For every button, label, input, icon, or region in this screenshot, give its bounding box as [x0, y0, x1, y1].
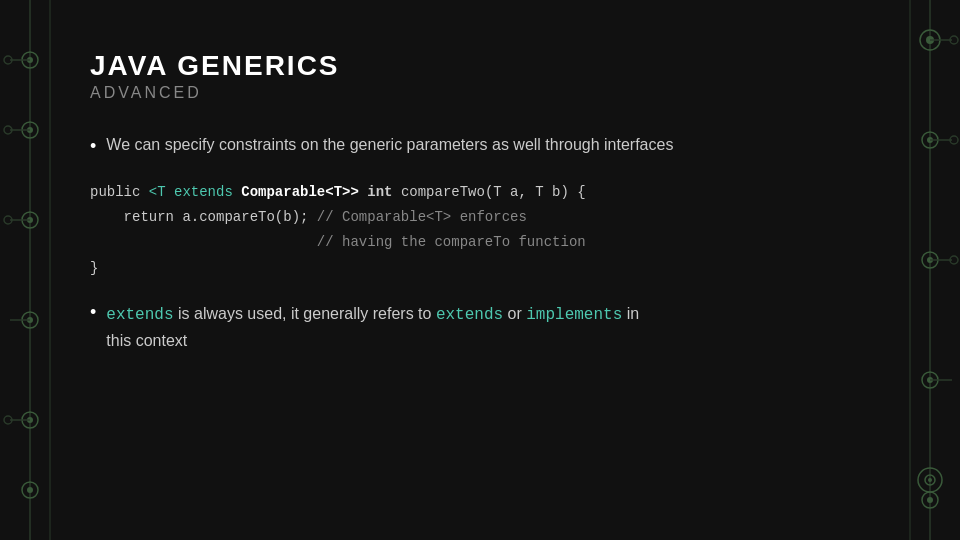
bullet-dot-2: •: [90, 302, 96, 323]
bullet-2-middle1: is always used, it generally refers to: [174, 305, 436, 322]
bullet-2-text: extends is always used, it generally ref…: [106, 301, 639, 354]
circuit-left-decoration: [0, 0, 70, 540]
code-line-4: }: [90, 256, 870, 281]
extends-keyword-1: extends: [106, 306, 173, 324]
bullet-1: • We can specify constraints on the gene…: [90, 132, 870, 160]
bullet-dot-1: •: [90, 133, 96, 160]
code-line-3: // having the compareTo function: [90, 230, 870, 255]
bullet-2-middle2: or: [503, 305, 526, 322]
circuit-right-decoration: [880, 0, 960, 540]
title-section: JAVA GENERICS ADVANCED: [90, 50, 870, 102]
svg-point-37: [927, 497, 933, 503]
subtitle: ADVANCED: [90, 84, 870, 102]
code-block: public <T extends Comparable<T>> int com…: [90, 180, 870, 281]
extends-keyword-2: extends: [436, 306, 503, 324]
bullet-2-line2: this context: [106, 332, 187, 349]
bullet-2-section: • extends is always used, it generally r…: [90, 301, 870, 354]
code-line-2: return a.compareTo(b); // Comparable<T> …: [90, 205, 870, 230]
bullet-1-text: We can specify constraints on the generi…: [106, 132, 673, 158]
bullet-2-suffix: in: [622, 305, 639, 322]
main-title: JAVA GENERICS: [90, 50, 870, 82]
svg-point-13: [27, 487, 33, 493]
code-line-1: public <T extends Comparable<T>> int com…: [90, 180, 870, 205]
svg-point-35: [928, 478, 932, 482]
slide: JAVA GENERICS ADVANCED • We can specify …: [0, 0, 960, 540]
implements-keyword: implements: [526, 306, 622, 324]
main-content: JAVA GENERICS ADVANCED • We can specify …: [90, 50, 870, 510]
bullet-1-section: • We can specify constraints on the gene…: [90, 132, 870, 160]
